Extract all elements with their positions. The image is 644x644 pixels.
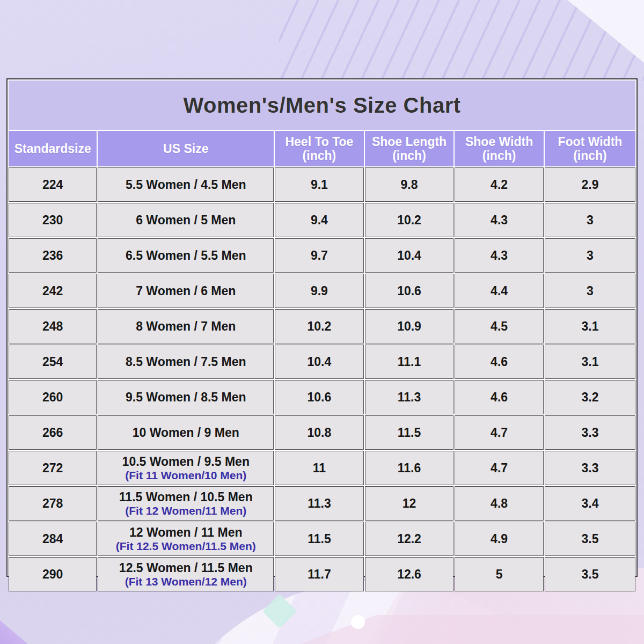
header-us-size: US Size — [98, 131, 274, 166]
cell-heel-to-toe: 9.7 — [275, 238, 364, 273]
cell-heel-to-toe: 11.5 — [275, 522, 364, 556]
cell-foot-width: 3.3 — [545, 451, 635, 485]
cell-us-size: 5.5 Women / 4.5 Men — [98, 167, 274, 202]
table-header-row: Standardsize US Size Heel To Toe (inch) … — [9, 131, 635, 166]
header-label: US Size — [100, 142, 272, 156]
header-heel-to-toe: Heel To Toe (inch) — [275, 131, 364, 166]
cell-heel-to-toe: 9.9 — [275, 274, 364, 308]
cell-shoe-width: 5 — [455, 557, 544, 591]
cell-shoe-length: 9.8 — [365, 167, 454, 202]
cell-standard-size: 278 — [9, 486, 97, 521]
cell-foot-width: 3.3 — [545, 415, 635, 450]
cell-us-size: 8 Women / 7 Men — [98, 309, 274, 343]
cell-standard-size: 254 — [9, 345, 97, 379]
cell-standard-size: 248 — [9, 309, 97, 343]
header-sublabel: (inch) — [547, 149, 633, 163]
cell-shoe-length: 10.9 — [365, 309, 454, 343]
cell-shoe-length: 12 — [365, 486, 454, 521]
header-standard-size: Standardsize — [9, 131, 97, 166]
cell-shoe-length: 10.4 — [365, 238, 454, 273]
cell-us-size: 9.5 Women / 8.5 Men — [98, 380, 274, 414]
cell-us-size: 12 Women / 11 Men(Fit 12.5 Women/11.5 Me… — [98, 522, 274, 556]
cell-us-size: 8.5 Women / 7.5 Men — [98, 345, 274, 379]
table-row: 2245.5 Women / 4.5 Men9.19.84.22.9 — [9, 167, 635, 202]
bottom-left-wedge-decoration — [0, 620, 28, 644]
cell-shoe-length: 10.2 — [365, 203, 454, 237]
cell-shoe-length: 12.2 — [365, 522, 454, 556]
cell-foot-width: 3 — [545, 238, 635, 273]
header-label: Shoe Width — [457, 135, 541, 149]
header-label: Foot Width — [547, 135, 633, 149]
page-title: Women's/Men's Size Chart — [9, 80, 635, 130]
cell-standard-size: 260 — [9, 380, 97, 414]
cell-standard-size: 224 — [9, 167, 97, 202]
header-label: Standardsize — [11, 142, 94, 156]
cell-standard-size: 242 — [9, 274, 97, 308]
cell-foot-width: 3.5 — [545, 522, 635, 556]
table-row: 2609.5 Women / 8.5 Men10.611.34.63.2 — [9, 380, 635, 414]
cell-shoe-width: 4.8 — [455, 486, 544, 521]
table-row: 28412 Women / 11 Men(Fit 12.5 Women/11.5… — [9, 522, 635, 556]
cell-shoe-length: 11.3 — [365, 380, 454, 414]
table-row: 2306 Women / 5 Men9.410.24.33 — [9, 203, 635, 237]
cell-heel-to-toe: 10.2 — [275, 309, 364, 343]
table-row: 27811.5 Women / 10.5 Men(Fit 12 Women/11… — [9, 486, 635, 521]
header-foot-width: Foot Width (inch) — [545, 131, 635, 166]
white-dot-decoration — [351, 615, 365, 629]
cell-us-size: 11.5 Women / 10.5 Men(Fit 12 Women/11 Me… — [98, 486, 274, 521]
size-table-tbody: 2245.5 Women / 4.5 Men9.19.84.22.92306 W… — [9, 167, 635, 591]
cell-standard-size: 266 — [9, 415, 97, 450]
cell-standard-size: 272 — [9, 451, 97, 485]
cell-heel-to-toe: 11 — [275, 451, 364, 485]
table-row: 2488 Women / 7 Men10.210.94.53.1 — [9, 309, 635, 343]
us-size-fit-note: (Fit 11 Women/10 Men) — [100, 469, 271, 481]
cell-shoe-length: 11.6 — [365, 451, 454, 485]
cell-foot-width: 3.1 — [545, 345, 635, 379]
cell-shoe-length: 10.6 — [365, 274, 454, 308]
cell-us-size: 10.5 Women / 9.5 Men(Fit 11 Women/10 Men… — [98, 451, 274, 485]
cell-shoe-width: 4.6 — [455, 345, 544, 379]
header-sublabel: (inch) — [457, 149, 541, 163]
cell-foot-width: 3 — [545, 274, 635, 308]
us-size-fit-note: (Fit 13 Women/12 Men) — [100, 575, 271, 588]
table-row: 27210.5 Women / 9.5 Men(Fit 11 Women/10 … — [9, 451, 635, 485]
cell-us-size: 12.5 Women / 11.5 Men(Fit 13 Women/12 Me… — [98, 557, 274, 591]
cell-shoe-width: 4.9 — [455, 522, 544, 556]
cell-foot-width: 3.4 — [545, 486, 635, 521]
cell-heel-to-toe: 9.4 — [275, 203, 364, 237]
size-table: Standardsize US Size Heel To Toe (inch) … — [8, 130, 636, 592]
cell-standard-size: 284 — [9, 522, 97, 556]
cell-heel-to-toe: 9.1 — [275, 167, 364, 202]
header-label: Heel To Toe — [277, 135, 362, 149]
header-sublabel: (inch) — [277, 149, 362, 163]
cell-foot-width: 3.1 — [545, 309, 635, 343]
header-shoe-width: Shoe Width (inch) — [455, 131, 544, 166]
cell-shoe-width: 4.2 — [455, 167, 544, 202]
cell-shoe-width: 4.4 — [455, 274, 544, 308]
cell-shoe-width: 4.3 — [455, 238, 544, 273]
us-size-fit-note: (Fit 12 Women/11 Men) — [100, 504, 271, 517]
cell-shoe-width: 4.3 — [455, 203, 544, 237]
cell-us-size: 6.5 Women / 5.5 Men — [98, 238, 274, 273]
cell-shoe-width: 4.6 — [455, 380, 544, 414]
table-row: 29012.5 Women / 11.5 Men(Fit 13 Women/12… — [9, 557, 635, 591]
cell-shoe-width: 4.7 — [455, 415, 544, 450]
cell-foot-width: 3.2 — [545, 380, 635, 414]
cell-standard-size: 290 — [9, 557, 97, 591]
cell-us-size: 7 Women / 6 Men — [98, 274, 274, 308]
cell-shoe-length: 12.6 — [365, 557, 454, 591]
cell-foot-width: 3.5 — [545, 557, 635, 591]
header-sublabel: (inch) — [367, 149, 452, 163]
cell-heel-to-toe: 10.6 — [275, 380, 364, 414]
cell-heel-to-toe: 10.4 — [275, 345, 364, 379]
cell-foot-width: 2.9 — [545, 167, 635, 202]
cell-us-size: 10 Women / 9 Men — [98, 415, 274, 450]
us-size-fit-note: (Fit 12.5 Women/11.5 Men) — [100, 540, 271, 552]
cell-standard-size: 236 — [9, 238, 97, 273]
cell-shoe-width: 4.7 — [455, 451, 544, 485]
size-chart-card: Women's/Men's Size Chart Standardsize US… — [6, 78, 638, 577]
table-row: 26610 Women / 9 Men10.811.54.73.3 — [9, 415, 635, 450]
header-label: Shoe Length — [367, 135, 452, 149]
cell-foot-width: 3 — [545, 203, 635, 237]
cell-heel-to-toe: 10.8 — [275, 415, 364, 450]
